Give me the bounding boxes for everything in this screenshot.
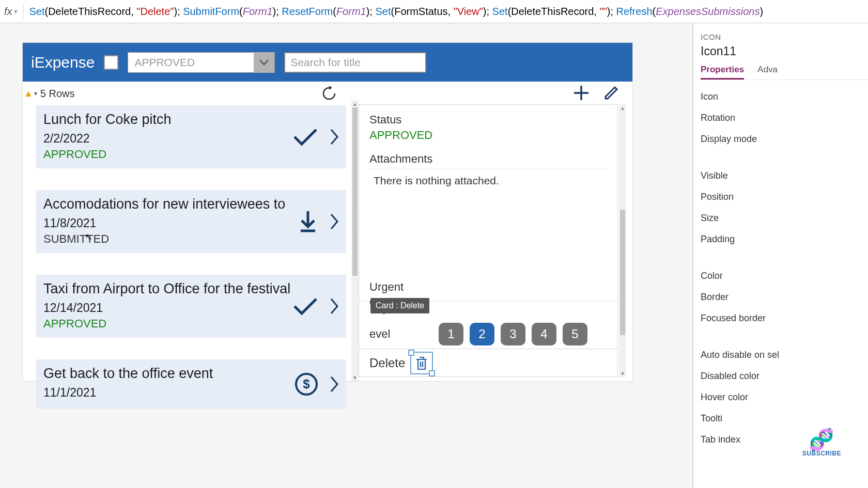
fx-label[interactable]: fx ▼ — [4, 6, 18, 18]
scroll-down-icon[interactable]: ▼ — [351, 374, 359, 381]
level-button-4[interactable]: 4 — [532, 323, 556, 345]
check-icon[interactable] — [292, 297, 318, 316]
property-row[interactable]: Display mode — [701, 129, 868, 150]
attachments-empty: There is nothing attached. — [369, 169, 607, 187]
property-row[interactable]: Position — [701, 186, 868, 208]
app-header: iExpense APPROVED — [23, 43, 632, 82]
chevron-right-icon[interactable] — [330, 375, 339, 393]
scroll-up-icon[interactable]: ▲ — [619, 104, 626, 112]
status-value: APPROVED — [369, 129, 607, 142]
property-row[interactable]: Rotation — [701, 107, 868, 129]
subscribe-watermark: 🧬 SUBSCRIBE — [802, 429, 841, 457]
item-title: Taxi from Airport to Office for the fest… — [43, 281, 339, 297]
check-icon[interactable] — [292, 128, 318, 146]
item-status: SUBMITTED — [43, 232, 339, 246]
list-panel: ▲ ▾ 5 Rows Lunch for Coke pitch2/2/2022A… — [23, 82, 359, 381]
scroll-thumb[interactable] — [620, 210, 625, 335]
property-row[interactable]: Visible — [701, 165, 868, 186]
subscribe-text: SUBSCRIBE — [802, 450, 841, 457]
trash-icon[interactable] — [412, 354, 431, 372]
item-status: APPROVED — [43, 317, 339, 330]
properties-panel: ICON Icon11 Properties Adva IconRotation… — [692, 23, 868, 488]
level-button-5[interactable]: 5 — [563, 323, 587, 345]
search-field[interactable] — [290, 56, 420, 69]
level-button-2[interactable]: 2 — [470, 323, 494, 345]
row-count: 5 Rows — [40, 88, 75, 100]
delete-label: Delete — [369, 356, 405, 370]
attachments-label: Attachments — [369, 152, 607, 166]
divider — [23, 4, 24, 19]
formula-input[interactable]: Set(DeleteThisRecord, "Delete"); SubmitF… — [29, 5, 763, 18]
scroll-up-icon[interactable]: ▲ — [351, 100, 359, 107]
dropdown-value: APPROVED — [128, 56, 254, 69]
list-scrollbar[interactable]: ▲ ▼ — [351, 100, 359, 381]
level-button-3[interactable]: 3 — [501, 323, 525, 345]
list-item[interactable]: Accomodations for new interviewees to11/… — [36, 190, 346, 253]
status-label: Status — [369, 113, 607, 127]
item-title: Lunch for Coke pitch — [43, 112, 339, 128]
item-title: Accomodations for new interviewees to — [43, 196, 339, 212]
reload-icon[interactable] — [321, 86, 337, 101]
tab-properties[interactable]: Properties — [701, 65, 744, 80]
property-row[interactable]: Toolti — [701, 408, 868, 429]
selection-handles[interactable] — [410, 352, 433, 374]
urgent-label: Urgent — [369, 280, 404, 294]
fx-text: fx — [4, 6, 12, 18]
chevron-down-icon[interactable]: ▼ — [13, 9, 19, 14]
chevron-right-icon[interactable] — [330, 213, 339, 230]
app-frame: iExpense APPROVED ▲ ▾ 5 Rows — [23, 43, 632, 381]
warning-icon: ▲ — [24, 88, 33, 99]
property-row[interactable]: Hover color — [701, 387, 868, 408]
property-row[interactable]: Focused border — [701, 308, 868, 329]
control-name[interactable]: Icon11 — [701, 44, 868, 58]
canvas: iExpense APPROVED ▲ ▾ 5 Rows — [0, 23, 692, 488]
status-dropdown[interactable]: APPROVED — [128, 52, 275, 73]
formula-bar: fx ▼ Set(DeleteThisRecord, "Delete"); Su… — [0, 0, 868, 23]
level-button-1[interactable]: 1 — [439, 323, 463, 345]
control-category: ICON — [701, 33, 868, 41]
chevron-right-icon[interactable] — [330, 297, 339, 315]
list-item[interactable]: Lunch for Coke pitch2/2/2022APPROVED — [36, 105, 346, 168]
level-label: evel — [369, 327, 431, 341]
dollar-icon[interactable]: $ — [295, 372, 318, 396]
scroll-down-icon[interactable]: ▼ — [619, 370, 626, 377]
property-row[interactable]: Tab index — [701, 429, 868, 450]
tab-advanced[interactable]: Adva — [757, 65, 778, 80]
app-title: iExpense — [31, 54, 95, 71]
tooltip: Card : Delete — [370, 298, 429, 313]
edit-icon[interactable] — [603, 85, 619, 101]
chevron-down-icon[interactable]: ▾ — [34, 90, 37, 97]
chevron-right-icon[interactable] — [330, 128, 339, 146]
property-row[interactable]: Disabled color — [701, 366, 868, 387]
property-row[interactable]: Border — [701, 287, 868, 308]
property-row[interactable]: Size — [701, 208, 868, 229]
search-input[interactable] — [284, 52, 426, 73]
detail-form: Status APPROVED Attachments There is not… — [359, 104, 618, 377]
chevron-down-icon[interactable] — [254, 52, 274, 73]
property-row[interactable]: Padding — [701, 229, 868, 250]
filter-checkbox[interactable] — [104, 55, 118, 70]
detail-panel: ▲ ▼ Status APPROVED Attachments There is… — [359, 82, 632, 381]
add-icon[interactable] — [572, 84, 590, 102]
property-row[interactable]: Auto disable on sel — [701, 344, 868, 366]
item-date: 11/8/2021 — [43, 216, 339, 230]
property-row[interactable]: Icon — [701, 86, 868, 107]
list-item[interactable]: Get back to the office event11/1/2021$ — [36, 359, 346, 409]
svg-text:$: $ — [303, 377, 310, 391]
dna-icon: 🧬 — [802, 429, 841, 450]
list-item[interactable]: Taxi from Airport to Office for the fest… — [36, 275, 346, 338]
property-row[interactable]: Color — [701, 265, 868, 287]
delete-card[interactable]: Delete — [359, 349, 617, 376]
detail-scrollbar[interactable]: ▲ ▼ — [619, 104, 626, 377]
download-icon[interactable] — [298, 210, 318, 233]
item-status: APPROVED — [43, 148, 339, 161]
scroll-thumb[interactable] — [352, 107, 358, 276]
